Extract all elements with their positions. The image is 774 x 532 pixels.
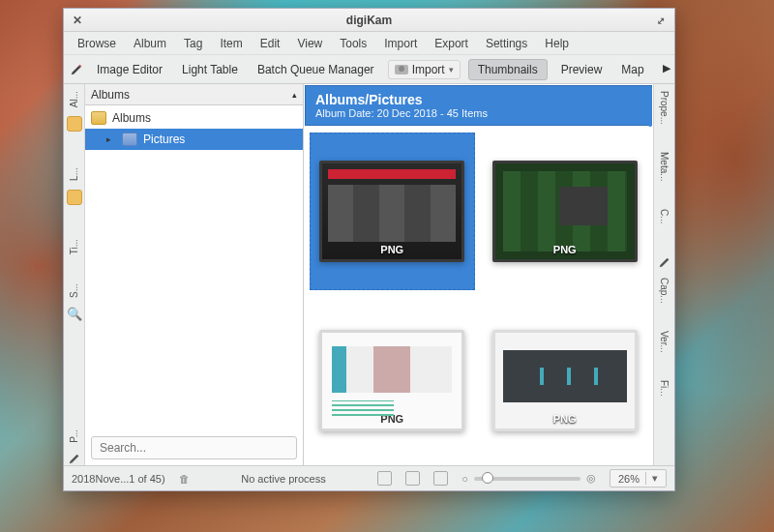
right-tab-versions[interactable]: Ver... [657, 328, 671, 356]
map-tab[interactable]: Map [615, 59, 649, 80]
scrollbar[interactable] [647, 84, 653, 465]
menu-view[interactable]: View [289, 34, 330, 53]
maximize-icon[interactable]: ⤢ [653, 13, 669, 28]
light-table-button[interactable]: Light Table [176, 59, 244, 80]
image-editor-button[interactable]: Image Editor [91, 59, 168, 80]
thumbnail-image: PNG [319, 330, 464, 431]
left-tab-people[interactable]: P... [67, 427, 81, 446]
thumbnails-tab[interactable]: Thumbnails [468, 59, 548, 80]
pencil-icon [70, 63, 83, 76]
status-icon[interactable] [377, 471, 392, 486]
chevron-down-icon: ▾ [449, 65, 454, 74]
zoom-out-icon[interactable]: ○ [461, 473, 468, 485]
folder-icon [91, 111, 106, 125]
menu-import[interactable]: Import [376, 34, 425, 53]
toolbar-overflow-icon[interactable]: ▶ [663, 62, 670, 74]
album-path: Albums/Pictures [315, 92, 641, 107]
tree-row-pictures[interactable]: ▸ Pictures [85, 129, 303, 150]
chevron-up-icon: ▴ [292, 90, 297, 100]
tree-header[interactable]: Albums ▴ [85, 84, 303, 105]
status-process: No active process [241, 473, 325, 485]
menu-export[interactable]: Export [427, 34, 476, 53]
format-badge: PNG [380, 244, 403, 255]
statusbar: 2018Nove...1 of 45) 🗑 No active process … [64, 465, 674, 490]
thumbnail-item[interactable]: PNG [483, 302, 648, 459]
right-tab-strip: Prope... Meta... C... Cap... Ver... Fi..… [653, 84, 674, 465]
right-tab-metadata[interactable]: Meta... [657, 149, 671, 185]
menu-item[interactable]: Item [212, 34, 250, 53]
left-tab-search[interactable]: S... [67, 281, 81, 301]
right-tab-colors[interactable]: C... [657, 206, 671, 227]
close-icon[interactable]: ✕ [70, 13, 85, 28]
camera-icon [395, 65, 408, 74]
chevron-right-icon: ▸ [106, 134, 116, 144]
tree-row-root[interactable]: Albums [85, 107, 303, 129]
album-subtitle: Album Date: 20 Dec 2018 - 45 Items [315, 107, 641, 119]
thumbnail-image: PNG [492, 330, 638, 431]
thumbnail-item[interactable]: PNG [483, 133, 648, 290]
tree-header-label: Albums [91, 88, 130, 102]
menu-album[interactable]: Album [126, 34, 174, 53]
left-tab-timeline[interactable]: Ti... [67, 236, 81, 257]
preview-tab[interactable]: Preview [555, 59, 609, 80]
import-label: Import [412, 63, 445, 76]
album-header: Albums/Pictures Album Date: 20 Dec 2018 … [305, 85, 652, 126]
status-icon[interactable] [405, 471, 420, 486]
album-tree[interactable]: Albums ▸ Pictures [85, 105, 303, 430]
folder-icon[interactable] [67, 190, 82, 205]
thumbnail-grid[interactable]: PNG PNG PNG PNG [304, 127, 653, 465]
menu-help[interactable]: Help [537, 34, 577, 53]
right-tab-properties[interactable]: Prope... [657, 88, 671, 128]
menu-edit[interactable]: Edit [253, 34, 288, 53]
format-badge: PNG [380, 413, 403, 425]
thumbnail-item[interactable]: PNG [310, 302, 475, 459]
chevron-down-icon: ▾ [645, 472, 658, 485]
slider-knob[interactable] [482, 472, 493, 484]
zoom-slider[interactable]: ○ ◎ [461, 472, 596, 485]
window-title: digiKam [346, 14, 392, 27]
tree-row-label: Albums [112, 111, 151, 125]
folder-icon[interactable] [67, 116, 82, 132]
thumbnail-panel: Albums/Pictures Album Date: 20 Dec 2018 … [304, 84, 653, 465]
zoom-label: 26% [618, 473, 640, 485]
thumbnail-image: PNG [319, 161, 464, 262]
trash-icon[interactable]: 🗑 [179, 473, 190, 485]
menu-tag[interactable]: Tag [176, 34, 210, 53]
right-tab-captions[interactable]: Cap... [657, 275, 671, 307]
search-icon[interactable]: 🔍 [67, 307, 82, 321]
left-tab-albums[interactable]: Al... [67, 88, 81, 110]
pencil-icon [658, 255, 671, 269]
left-tab-labels[interactable]: L... [67, 164, 81, 184]
left-tab-strip: Al... L... Ti... S... 🔍 P... [64, 84, 85, 465]
format-badge: PNG [553, 413, 577, 425]
menu-settings[interactable]: Settings [478, 34, 535, 53]
menubar: Browse Album Tag Item Edit View Tools Im… [64, 32, 674, 55]
thumbnail-item[interactable]: PNG [310, 133, 475, 290]
app-window: ✕ digiKam ⤢ Browse Album Tag Item Edit V… [63, 8, 675, 491]
folder-icon [122, 133, 137, 146]
zoom-fit-icon[interactable]: ◎ [586, 472, 596, 485]
search-input[interactable] [91, 436, 297, 459]
toolbar: Image Editor Light Table Batch Queue Man… [64, 55, 674, 84]
slider-track[interactable] [474, 477, 580, 481]
menu-browse[interactable]: Browse [70, 34, 124, 53]
pencil-icon [68, 452, 81, 465]
status-icon[interactable] [433, 471, 448, 486]
right-tab-filters[interactable]: Fi... [657, 377, 671, 399]
titlebar: ✕ digiKam ⤢ [64, 9, 674, 32]
format-badge: PNG [553, 244, 577, 255]
tree-row-label: Pictures [143, 133, 185, 146]
main-body: Al... L... Ti... S... 🔍 P... Albums ▴ [64, 84, 674, 465]
zoom-value[interactable]: 26% ▾ [610, 469, 667, 488]
batch-queue-button[interactable]: Batch Queue Manager [252, 59, 380, 80]
import-button[interactable]: Import ▾ [388, 60, 461, 79]
album-tree-panel: Albums ▴ Albums ▸ Pictures [85, 84, 304, 465]
menu-tools[interactable]: Tools [332, 34, 374, 53]
thumbnail-image: PNG [492, 161, 638, 262]
status-left: 2018Nove...1 of 45) [72, 473, 165, 485]
